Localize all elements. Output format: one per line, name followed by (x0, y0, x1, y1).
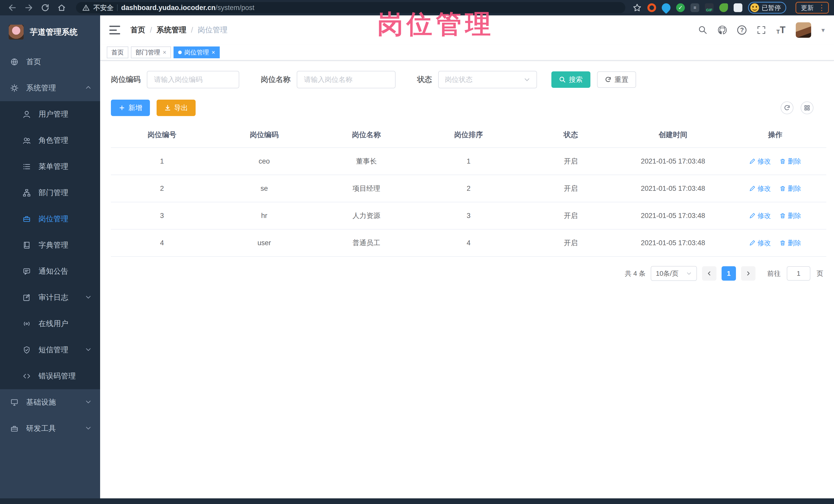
tab-dept[interactable]: 部门管理 × (131, 46, 171, 58)
extension-sliders-icon[interactable]: ≡ (690, 3, 699, 12)
page-size-select[interactable]: 10条/页 (651, 266, 697, 281)
table-row: 1 ceo 董事长 1 开启 2021-01-05 17:03:48 修改 删除 (111, 148, 826, 175)
toolbox-icon (10, 424, 19, 433)
app-logo-row[interactable]: 芋道管理系统 (0, 16, 100, 49)
kebab-menu-icon[interactable]: ⋮ (818, 4, 826, 12)
tags-view-bar: 首页 部门管理 × 岗位管理 × (100, 45, 834, 61)
post-name-input[interactable] (297, 71, 396, 88)
edit-link[interactable]: 修改 (749, 239, 771, 247)
page-number-current[interactable]: 1 (722, 266, 736, 281)
chevron-right-icon (745, 270, 751, 276)
sidebar-collapse-icon[interactable] (109, 26, 120, 35)
sidebar-item-users[interactable]: 用户管理 (0, 101, 100, 127)
org-tree-icon (23, 189, 31, 197)
edit-link[interactable]: 修改 (749, 157, 771, 166)
close-icon[interactable]: × (212, 49, 215, 56)
table-row: 4 user 普通员工 4 开启 2021-01-05 17:03:48 修改 … (111, 229, 826, 257)
bookmark-star-icon[interactable] (633, 3, 642, 12)
font-size-icon[interactable]: TT (776, 25, 785, 35)
sidebar-item-audit-log[interactable]: 审计日志 (0, 284, 100, 311)
reset-button[interactable]: 重置 (597, 71, 636, 88)
col-status: 状态 (520, 122, 622, 148)
sidebar-item-posts[interactable]: 岗位管理 (0, 206, 100, 232)
extension-orange-icon[interactable] (648, 3, 656, 12)
tab-post-active[interactable]: 岗位管理 × (174, 46, 220, 58)
post-code-label: 岗位编码 (111, 74, 141, 85)
table-toolbar: 新增 导出 (111, 100, 826, 116)
edit-square-icon (23, 293, 31, 302)
shield-check-icon (23, 346, 31, 354)
next-page-button[interactable] (741, 266, 755, 281)
extensions-puzzle-icon[interactable] (733, 3, 742, 12)
goto-page-input[interactable] (787, 266, 810, 281)
browser-home-icon[interactable] (54, 2, 69, 13)
sidebar-item-dict[interactable]: 字典管理 (0, 232, 100, 258)
github-icon[interactable] (718, 25, 727, 35)
browser-toolbar: 不安全 dashboard.yudao.iocoder.cn/system/po… (0, 0, 834, 16)
browser-reload-icon[interactable] (38, 2, 52, 13)
pencil-icon (749, 158, 755, 164)
extension-pin-icon[interactable] (660, 2, 672, 14)
delete-link[interactable]: 删除 (780, 157, 801, 166)
edit-link[interactable]: 修改 (749, 184, 771, 193)
close-icon[interactable]: × (163, 49, 166, 56)
delete-link[interactable]: 删除 (780, 211, 801, 220)
chevron-left-icon (706, 270, 712, 276)
chevron-up-icon (85, 85, 91, 91)
url-text[interactable]: dashboard.yudao.iocoder.cn/system/post (121, 4, 255, 12)
column-settings-button[interactable] (800, 102, 813, 114)
sidebar-item-infrastructure[interactable]: 基础设施 (0, 389, 100, 415)
window-bottom-strip (0, 498, 834, 504)
tab-home[interactable]: 首页 (107, 46, 128, 58)
system-submenu: 用户管理 角色管理 菜单管理 部门管理 岗位管理 字典管理 (0, 101, 100, 389)
search-icon[interactable] (698, 25, 707, 35)
user-avatar[interactable] (796, 22, 811, 38)
pencil-icon (749, 240, 755, 246)
browser-back-icon[interactable] (5, 2, 20, 13)
col-post-name: 岗位名称 (315, 122, 417, 148)
refresh-table-button[interactable] (781, 102, 793, 114)
book-icon (23, 241, 31, 249)
gear-icon (10, 84, 19, 92)
delete-link[interactable]: 删除 (780, 184, 801, 193)
browser-update-button[interactable]: 更新 ⋮ (795, 2, 829, 14)
security-label[interactable]: 不安全 (93, 3, 113, 12)
sidebar-item-depts[interactable]: 部门管理 (0, 180, 100, 206)
chevron-down-icon (85, 399, 91, 405)
extension-leaf-icon[interactable] (719, 3, 728, 12)
help-icon[interactable]: ? (737, 25, 746, 35)
breadcrumb: 首页 / 系统管理 / 岗位管理 (130, 25, 227, 35)
status-select[interactable]: 岗位状态 (438, 71, 537, 88)
prev-page-button[interactable] (702, 266, 717, 281)
browser-profile-badge[interactable]: 已暂停 (748, 2, 786, 14)
trash-icon (780, 213, 786, 219)
add-button[interactable]: 新增 (111, 100, 150, 116)
fullscreen-icon[interactable] (757, 25, 766, 35)
search-button[interactable]: 搜索 (551, 71, 590, 88)
table-row: 3 hr 人力资源 3 开启 2021-01-05 17:03:48 修改 删除 (111, 202, 826, 229)
extension-check-icon[interactable]: ✓ (676, 3, 685, 12)
sidebar-item-notice[interactable]: 通知公告 (0, 258, 100, 284)
export-button[interactable]: 导出 (157, 100, 196, 116)
sidebar-item-sms[interactable]: 短信管理 (0, 337, 100, 363)
sidebar-item-roles[interactable]: 角色管理 (0, 127, 100, 154)
sidebar-item-error-codes[interactable]: 错误码管理 (0, 363, 100, 389)
sidebar-item-dev-tools[interactable]: 研发工具 (0, 415, 100, 442)
col-post-sort: 岗位排序 (417, 122, 520, 148)
announcement-icon (23, 267, 31, 276)
sidebar-item-system[interactable]: 系统管理 (0, 75, 100, 101)
delete-link[interactable]: 删除 (780, 239, 801, 247)
sidebar-item-home[interactable]: 首页 (0, 49, 100, 75)
sidebar-item-online-users[interactable]: 在线用户 (0, 311, 100, 337)
breadcrumb-home[interactable]: 首页 (130, 25, 145, 35)
avatar-caret-icon[interactable]: ▾ (821, 26, 825, 34)
edit-link[interactable]: 修改 (749, 211, 771, 220)
post-code-input[interactable] (147, 71, 239, 88)
address-bar[interactable]: 不安全 dashboard.yudao.iocoder.cn/system/po… (76, 2, 625, 13)
breadcrumb-system[interactable]: 系统管理 (157, 25, 186, 35)
goto-label: 前往 (767, 269, 781, 278)
sidebar-item-menus[interactable]: 菜单管理 (0, 154, 100, 180)
browser-forward-icon[interactable] (22, 2, 36, 13)
extension-gif-icon[interactable]: GIF (705, 3, 714, 12)
sidebar: 芋道管理系统 首页 系统管理 用户管理 角色管理 菜单管理 (0, 16, 100, 498)
